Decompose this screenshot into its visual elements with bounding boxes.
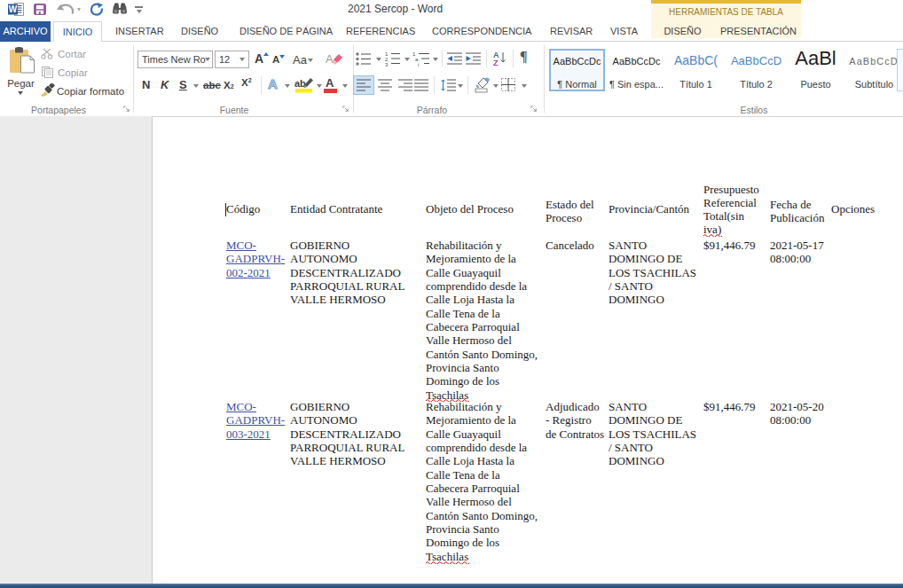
svg-text:3: 3 [385, 62, 389, 67]
svg-text:W: W [9, 4, 18, 14]
svg-text:Z: Z [493, 59, 499, 67]
svg-text:A: A [326, 52, 334, 66]
svg-text:i: i [418, 62, 419, 67]
